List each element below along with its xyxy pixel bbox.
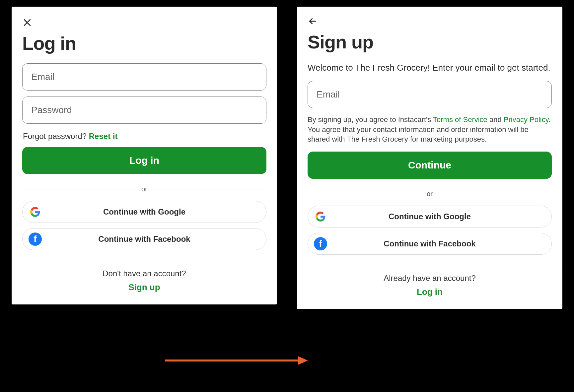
continue-with-facebook-button[interactable]: f Continue with Facebook [22,228,266,250]
arrow-left-icon [308,16,318,26]
google-icon [29,205,42,219]
facebook-button-label: Continue with Facebook [384,239,475,248]
login-title: Log in [22,33,266,54]
legal-prefix: By signing up, you agree to Instacart's [308,115,433,124]
continue-button[interactable]: Continue [308,152,552,179]
facebook-icon: f [29,232,42,246]
email-field[interactable] [22,63,266,91]
signup-subtitle: Welcome to The Fresh Grocery! Enter your… [308,62,552,74]
legal-text: By signing up, you agree to Instacart's … [308,115,552,144]
divider-line [439,194,552,194]
continue-with-facebook-button[interactable]: f Continue with Facebook [308,233,552,255]
divider-line [308,194,421,194]
forgot-password-text: Forgot password? [23,132,89,141]
signup-email-field[interactable] [308,81,552,108]
reset-password-link[interactable]: Reset it [89,132,118,141]
signup-panel: Sign up Welcome to The Fresh Grocery! En… [297,7,562,309]
password-field[interactable] [22,97,266,124]
login-panel: Log in Forgot password? Reset it Log in … [12,7,277,304]
login-footer: Don't have an account? Sign up [22,269,266,293]
continue-with-google-button[interactable]: Continue with Google [308,206,552,228]
signup-footer: Already have an account? Log in [308,274,552,297]
close-button[interactable] [22,16,36,29]
footer-separator [297,265,562,265]
divider-line [22,189,135,189]
login-submit-button[interactable]: Log in [22,147,266,174]
signup-title: Sign up [308,31,552,53]
continue-with-google-button[interactable]: Continue with Google [22,201,266,223]
google-button-label: Continue with Google [389,212,471,221]
back-button[interactable] [308,15,321,28]
forgot-password-row: Forgot password? Reset it [23,132,266,141]
footer-separator [12,260,277,260]
facebook-icon: f [314,237,327,250]
divider-line [153,189,266,189]
google-button-label: Continue with Google [103,207,185,217]
svg-marker-1 [298,356,308,365]
signup-divider: or [308,190,552,198]
login-link[interactable]: Log in [308,287,552,297]
google-icon [314,210,327,223]
divider-or-label: or [141,185,147,193]
close-icon [22,18,32,28]
terms-of-service-link[interactable]: Terms of Service [433,115,487,124]
footer-question: Don't have an account? [22,269,266,278]
login-divider: or [22,185,266,193]
privacy-policy-link[interactable]: Privacy Policy [504,115,548,124]
facebook-button-label: Continue with Facebook [98,234,190,244]
divider-or-label: or [427,190,433,198]
footer-question: Already have an account? [308,274,552,283]
annotation-arrow-icon [165,356,308,365]
signup-link[interactable]: Sign up [22,282,266,293]
legal-mid: and [487,115,504,124]
